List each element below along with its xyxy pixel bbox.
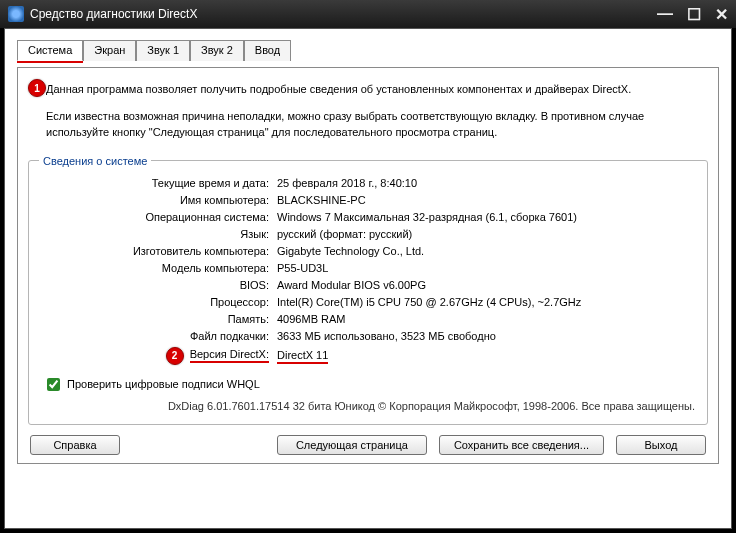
tab-label: Экран bbox=[94, 44, 125, 56]
value-pcname: BLACKSHINE-PC bbox=[277, 194, 697, 206]
whql-checkbox[interactable] bbox=[47, 378, 60, 391]
callout-badge-2: 2 bbox=[166, 347, 184, 365]
exit-button[interactable]: Выход bbox=[616, 435, 706, 455]
label-manuf: Изготовитель компьютера: bbox=[39, 245, 269, 257]
label-model: Модель компьютера: bbox=[39, 262, 269, 274]
tab-sound2[interactable]: Звук 2 bbox=[190, 40, 244, 61]
button-row: Справка Следующая страница Сохранить все… bbox=[28, 435, 708, 455]
label-time: Текущие время и дата: bbox=[39, 177, 269, 189]
next-page-button[interactable]: Следующая страница bbox=[277, 435, 427, 455]
tab-screen[interactable]: Экран bbox=[83, 40, 136, 61]
value-ram: 4096MB RAM bbox=[277, 313, 697, 325]
value-bios: Award Modular BIOS v6.00PG bbox=[277, 279, 697, 291]
value-manuf: Gigabyte Technology Co., Ltd. bbox=[277, 245, 697, 257]
system-info-group: Сведения о системе Текущие время и дата:… bbox=[28, 155, 708, 425]
highlight-marker bbox=[17, 61, 83, 63]
tab-label: Звук 2 bbox=[201, 44, 233, 56]
label-dx-text: Версия DirectX: bbox=[190, 348, 269, 363]
tab-label: Звук 1 bbox=[147, 44, 179, 56]
app-icon bbox=[8, 6, 24, 22]
value-cpu: Intel(R) Core(TM) i5 CPU 750 @ 2.67GHz (… bbox=[277, 296, 697, 308]
close-button[interactable]: ✕ bbox=[715, 5, 728, 24]
value-lang: русский (формат: русский) bbox=[277, 228, 697, 240]
label-cpu: Процессор: bbox=[39, 296, 269, 308]
tab-input[interactable]: Ввод bbox=[244, 40, 291, 61]
value-dx: DirectX 11 bbox=[277, 349, 697, 364]
value-pagefile: 3633 МБ использовано, 3523 МБ свободно bbox=[277, 330, 697, 342]
value-time: 25 февраля 2018 г., 8:40:10 bbox=[277, 177, 697, 189]
label-pcname: Имя компьютера: bbox=[39, 194, 269, 206]
label-dx: 2 Версия DirectX: bbox=[39, 347, 269, 365]
minimize-button[interactable]: — bbox=[657, 5, 673, 24]
callout-badge-1: 1 bbox=[28, 79, 46, 97]
copyright-line: DxDiag 6.01.7601.17514 32 бита Юникод © … bbox=[39, 400, 695, 412]
label-ram: Память: bbox=[39, 313, 269, 325]
tab-label: Система bbox=[28, 44, 72, 56]
value-model: P55-UD3L bbox=[277, 262, 697, 274]
maximize-button[interactable]: ☐ bbox=[687, 5, 701, 24]
value-os: Windows 7 Максимальная 32-разрядная (6.1… bbox=[277, 211, 697, 223]
client-area: Система Экран Звук 1 Звук 2 Ввод 1 Данна… bbox=[4, 28, 732, 529]
whql-label: Проверить цифровые подписи WHQL bbox=[67, 378, 260, 390]
intro-line-1: Данная программа позволяет получить подр… bbox=[46, 81, 708, 98]
label-bios: BIOS: bbox=[39, 279, 269, 291]
intro-line-2: Если известна возможная причина неполадк… bbox=[46, 108, 708, 141]
whql-checkbox-row: Проверить цифровые подписи WHQL bbox=[43, 375, 697, 394]
tab-strip: Система Экран Звук 1 Звук 2 Ввод bbox=[17, 39, 719, 60]
system-info-legend: Сведения о системе bbox=[39, 155, 151, 167]
label-lang: Язык: bbox=[39, 228, 269, 240]
title-bar: Средство диагностики DirectX — ☐ ✕ bbox=[0, 0, 736, 28]
tab-content: 1 Данная программа позволяет получить по… bbox=[17, 67, 719, 464]
window-title: Средство диагностики DirectX bbox=[30, 7, 657, 21]
tab-system[interactable]: Система bbox=[17, 40, 83, 61]
tab-label: Ввод bbox=[255, 44, 280, 56]
label-os: Операционная система: bbox=[39, 211, 269, 223]
value-dx-text: DirectX 11 bbox=[277, 349, 328, 364]
intro-text: 1 Данная программа позволяет получить по… bbox=[46, 81, 708, 141]
help-button[interactable]: Справка bbox=[30, 435, 120, 455]
save-all-button[interactable]: Сохранить все сведения... bbox=[439, 435, 604, 455]
tab-sound1[interactable]: Звук 1 bbox=[136, 40, 190, 61]
app-window: Средство диагностики DirectX — ☐ ✕ Систе… bbox=[0, 0, 736, 533]
label-pagefile: Файл подкачки: bbox=[39, 330, 269, 342]
